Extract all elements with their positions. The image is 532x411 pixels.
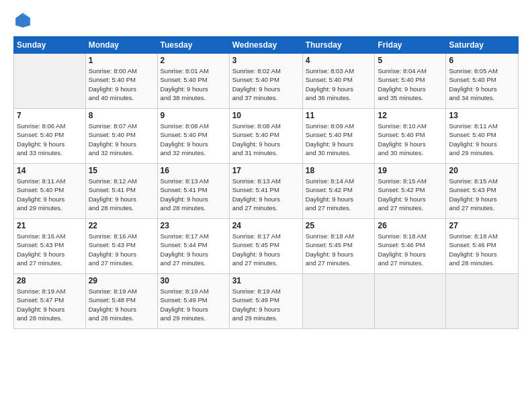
day-number: 19	[378, 166, 443, 175]
day-number: 11	[306, 111, 372, 120]
day-info: Sunrise: 8:15 AM Sunset: 5:42 PM Dayligh…	[378, 177, 443, 212]
calendar-cell: 26Sunrise: 8:18 AM Sunset: 5:46 PM Dayli…	[375, 219, 446, 274]
day-info: Sunrise: 8:00 AM Sunset: 5:40 PM Dayligh…	[89, 66, 154, 102]
day-info: Sunrise: 8:13 AM Sunset: 5:41 PM Dayligh…	[232, 177, 300, 212]
day-info: Sunrise: 8:03 AM Sunset: 5:40 PM Dayligh…	[306, 66, 372, 102]
calendar-cell: 13Sunrise: 8:11 AM Sunset: 5:40 PM Dayli…	[446, 109, 519, 164]
calendar-cell: 9Sunrise: 8:08 AM Sunset: 5:40 PM Daylig…	[157, 109, 229, 164]
calendar-cell: 28Sunrise: 8:19 AM Sunset: 5:47 PM Dayli…	[14, 274, 86, 329]
day-number: 18	[306, 166, 372, 175]
day-info: Sunrise: 8:19 AM Sunset: 5:47 PM Dayligh…	[17, 287, 83, 322]
day-info: Sunrise: 8:01 AM Sunset: 5:40 PM Dayligh…	[161, 66, 226, 102]
week-row-3: 21Sunrise: 8:16 AM Sunset: 5:43 PM Dayli…	[14, 219, 519, 274]
day-number: 23	[161, 221, 226, 230]
day-number: 17	[232, 166, 300, 175]
calendar-cell: 30Sunrise: 8:19 AM Sunset: 5:49 PM Dayli…	[157, 274, 229, 329]
day-number: 26	[378, 221, 443, 230]
day-info: Sunrise: 8:05 AM Sunset: 5:40 PM Dayligh…	[449, 66, 515, 102]
day-info: Sunrise: 8:19 AM Sunset: 5:48 PM Dayligh…	[89, 287, 154, 322]
day-info: Sunrise: 8:09 AM Sunset: 5:40 PM Dayligh…	[306, 122, 372, 157]
weekday-header-sunday: Sunday	[14, 37, 86, 54]
day-info: Sunrise: 8:15 AM Sunset: 5:43 PM Dayligh…	[449, 177, 515, 212]
weekday-header-tuesday: Tuesday	[157, 37, 229, 54]
page: SundayMondayTuesdayWednesdayThursdayFrid…	[0, 0, 532, 411]
day-number: 29	[89, 276, 154, 285]
calendar-cell: 23Sunrise: 8:17 AM Sunset: 5:44 PM Dayli…	[157, 219, 229, 274]
day-number: 14	[17, 166, 83, 175]
weekday-header-wednesday: Wednesday	[229, 37, 302, 54]
day-info: Sunrise: 8:11 AM Sunset: 5:40 PM Dayligh…	[449, 122, 515, 157]
day-number: 1	[89, 56, 154, 65]
week-row-1: 7Sunrise: 8:06 AM Sunset: 5:40 PM Daylig…	[14, 109, 519, 164]
day-number: 12	[378, 111, 443, 120]
calendar-cell: 10Sunrise: 8:08 AM Sunset: 5:40 PM Dayli…	[229, 109, 302, 164]
weekday-header-friday: Friday	[375, 37, 446, 54]
calendar-cell: 2Sunrise: 8:01 AM Sunset: 5:40 PM Daylig…	[157, 54, 229, 109]
calendar: SundayMondayTuesdayWednesdayThursdayFrid…	[13, 36, 519, 329]
day-number: 25	[306, 221, 372, 230]
day-info: Sunrise: 8:18 AM Sunset: 5:45 PM Dayligh…	[306, 232, 372, 267]
calendar-cell: 19Sunrise: 8:15 AM Sunset: 5:42 PM Dayli…	[375, 164, 446, 219]
calendar-cell: 1Sunrise: 8:00 AM Sunset: 5:40 PM Daylig…	[85, 54, 157, 109]
logo-icon	[13, 11, 32, 30]
day-info: Sunrise: 8:06 AM Sunset: 5:40 PM Dayligh…	[17, 122, 83, 157]
calendar-cell: 20Sunrise: 8:15 AM Sunset: 5:43 PM Dayli…	[446, 164, 519, 219]
day-number: 28	[17, 276, 83, 285]
calendar-cell	[375, 274, 446, 329]
calendar-cell: 18Sunrise: 8:14 AM Sunset: 5:42 PM Dayli…	[302, 164, 375, 219]
day-info: Sunrise: 8:18 AM Sunset: 5:46 PM Dayligh…	[378, 232, 443, 267]
day-info: Sunrise: 8:07 AM Sunset: 5:40 PM Dayligh…	[89, 122, 154, 157]
day-info: Sunrise: 8:17 AM Sunset: 5:45 PM Dayligh…	[232, 232, 300, 267]
day-info: Sunrise: 8:17 AM Sunset: 5:44 PM Dayligh…	[161, 232, 226, 267]
calendar-cell: 27Sunrise: 8:18 AM Sunset: 5:46 PM Dayli…	[446, 219, 519, 274]
day-number: 5	[378, 56, 443, 65]
day-info: Sunrise: 8:08 AM Sunset: 5:40 PM Dayligh…	[161, 122, 226, 157]
day-number: 30	[161, 276, 226, 285]
calendar-cell: 3Sunrise: 8:02 AM Sunset: 5:40 PM Daylig…	[229, 54, 302, 109]
calendar-cell: 17Sunrise: 8:13 AM Sunset: 5:41 PM Dayli…	[229, 164, 302, 219]
calendar-cell: 11Sunrise: 8:09 AM Sunset: 5:40 PM Dayli…	[302, 109, 375, 164]
day-number: 16	[161, 166, 226, 175]
day-info: Sunrise: 8:19 AM Sunset: 5:49 PM Dayligh…	[232, 287, 300, 322]
calendar-cell: 16Sunrise: 8:13 AM Sunset: 5:41 PM Dayli…	[157, 164, 229, 219]
calendar-cell: 31Sunrise: 8:19 AM Sunset: 5:49 PM Dayli…	[229, 274, 302, 329]
calendar-cell: 6Sunrise: 8:05 AM Sunset: 5:40 PM Daylig…	[446, 54, 519, 109]
calendar-cell: 25Sunrise: 8:18 AM Sunset: 5:45 PM Dayli…	[302, 219, 375, 274]
calendar-cell	[302, 274, 375, 329]
day-number: 4	[306, 56, 372, 65]
day-info: Sunrise: 8:18 AM Sunset: 5:46 PM Dayligh…	[449, 232, 515, 267]
calendar-cell: 22Sunrise: 8:16 AM Sunset: 5:43 PM Dayli…	[85, 219, 157, 274]
day-number: 20	[449, 166, 515, 175]
day-number: 3	[232, 56, 300, 65]
calendar-cell: 15Sunrise: 8:12 AM Sunset: 5:41 PM Dayli…	[85, 164, 157, 219]
calendar-cell: 21Sunrise: 8:16 AM Sunset: 5:43 PM Dayli…	[14, 219, 86, 274]
day-info: Sunrise: 8:14 AM Sunset: 5:42 PM Dayligh…	[306, 177, 372, 212]
weekday-header-row: SundayMondayTuesdayWednesdayThursdayFrid…	[14, 37, 519, 54]
day-number: 7	[17, 111, 83, 120]
day-number: 8	[89, 111, 154, 120]
day-info: Sunrise: 8:16 AM Sunset: 5:43 PM Dayligh…	[89, 232, 154, 267]
day-number: 27	[449, 221, 515, 230]
week-row-0: 1Sunrise: 8:00 AM Sunset: 5:40 PM Daylig…	[14, 54, 519, 109]
day-info: Sunrise: 8:12 AM Sunset: 5:41 PM Dayligh…	[89, 177, 154, 212]
day-info: Sunrise: 8:11 AM Sunset: 5:40 PM Dayligh…	[17, 177, 83, 212]
calendar-cell: 12Sunrise: 8:10 AM Sunset: 5:40 PM Dayli…	[375, 109, 446, 164]
calendar-cell: 29Sunrise: 8:19 AM Sunset: 5:48 PM Dayli…	[85, 274, 157, 329]
day-number: 24	[232, 221, 300, 230]
calendar-cell: 14Sunrise: 8:11 AM Sunset: 5:40 PM Dayli…	[14, 164, 86, 219]
day-info: Sunrise: 8:13 AM Sunset: 5:41 PM Dayligh…	[161, 177, 226, 212]
day-number: 31	[232, 276, 300, 285]
calendar-cell	[446, 274, 519, 329]
day-info: Sunrise: 8:04 AM Sunset: 5:40 PM Dayligh…	[378, 66, 443, 102]
calendar-cell: 5Sunrise: 8:04 AM Sunset: 5:40 PM Daylig…	[375, 54, 446, 109]
day-number: 10	[232, 111, 300, 120]
calendar-cell: 7Sunrise: 8:06 AM Sunset: 5:40 PM Daylig…	[14, 109, 86, 164]
day-info: Sunrise: 8:16 AM Sunset: 5:43 PM Dayligh…	[17, 232, 83, 267]
calendar-cell: 24Sunrise: 8:17 AM Sunset: 5:45 PM Dayli…	[229, 219, 302, 274]
day-info: Sunrise: 8:02 AM Sunset: 5:40 PM Dayligh…	[232, 66, 300, 102]
day-info: Sunrise: 8:08 AM Sunset: 5:40 PM Dayligh…	[232, 122, 300, 157]
day-number: 22	[89, 221, 154, 230]
calendar-cell: 8Sunrise: 8:07 AM Sunset: 5:40 PM Daylig…	[85, 109, 157, 164]
week-row-4: 28Sunrise: 8:19 AM Sunset: 5:47 PM Dayli…	[14, 274, 519, 329]
calendar-cell	[14, 54, 86, 109]
